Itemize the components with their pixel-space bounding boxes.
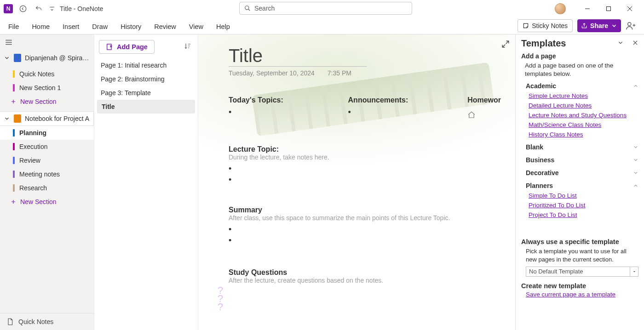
always-use-desc: Pick a template you want to use for all … (521, 247, 638, 263)
add-page-button[interactable]: Add Page (99, 40, 155, 54)
section-label: Planning (19, 129, 46, 137)
template-link[interactable]: Lecture Notes and Study Questions (521, 110, 638, 120)
window-minimize[interactable] (577, 2, 598, 16)
summary-hint: After class, use this space to summarize… (229, 214, 504, 222)
undo-button[interactable] (33, 3, 44, 14)
template-link[interactable]: History Class Notes (521, 130, 638, 139)
save-as-template-link[interactable]: Save current page as a template (521, 290, 638, 299)
template-link[interactable]: Simple Lecture Notes (521, 91, 638, 101)
chevron-down-icon (4, 115, 10, 122)
global-search[interactable]: Search (239, 2, 412, 15)
section-new-section-1[interactable]: New Section 1 (0, 81, 94, 95)
study-hint: After the lecture, create questions base… (229, 277, 504, 284)
add-page-label: Add Page (117, 43, 148, 51)
page-icon (6, 318, 14, 325)
notebook-1-header[interactable]: Dipanjenah @ Spiral… (0, 51, 94, 64)
summary-heading: Summary (229, 206, 504, 214)
bullet-point[interactable]: • (229, 238, 504, 243)
quick-notes-footer[interactable]: Quick Notes (0, 313, 94, 330)
add-page-icon (106, 43, 113, 51)
collaboration-button[interactable] (626, 21, 636, 31)
section-meeting-notes[interactable]: Meeting notes (0, 167, 94, 181)
templates-title: Templates (521, 38, 566, 49)
page-item[interactable]: Page 3: Template (94, 86, 198, 100)
plus-icon (10, 98, 17, 105)
template-link[interactable]: Prioritized To Do List (521, 200, 638, 210)
bullet-point[interactable]: • (229, 177, 504, 182)
ribbon-tab-help[interactable]: Help (216, 23, 230, 34)
quick-notes-label: Quick Notes (18, 318, 53, 325)
svg-rect-2 (607, 7, 611, 11)
lecture-hint: During the lecture, take notes here. (229, 154, 504, 161)
sticky-notes-button[interactable]: Sticky Notes (518, 19, 573, 32)
bullet-point[interactable]: • (229, 110, 348, 114)
ribbon-tab-home[interactable]: Home (32, 23, 50, 34)
back-button[interactable] (17, 3, 29, 14)
ribbon-tab-file[interactable]: File (8, 23, 19, 34)
page-item[interactable]: Page 1: Initial research (94, 58, 198, 72)
ribbon-tab-view[interactable]: View (189, 23, 203, 34)
window-close[interactable] (619, 2, 640, 16)
notebook-2-header[interactable]: Notebook for Project A (0, 111, 94, 126)
section-execution[interactable]: Execution (0, 140, 94, 154)
category-label: Business (526, 156, 554, 164)
note-canvas[interactable]: Title Tuesday, September 10, 2024 7:35 P… (198, 34, 515, 330)
bullet-point[interactable]: • (229, 227, 504, 232)
bullet-point[interactable]: • (348, 110, 468, 114)
template-link[interactable]: Detailed Lecture Notes (521, 101, 638, 110)
question-tag-icon: ??? (218, 286, 223, 311)
quick-access-dropdown[interactable] (49, 3, 55, 14)
category-decorative[interactable]: Decorative (521, 168, 638, 178)
category-academic[interactable]: Academic (521, 81, 638, 91)
chevron-up-icon (633, 183, 638, 188)
section-planning[interactable]: Planning (0, 126, 94, 140)
new-section-label: New Section (20, 198, 57, 205)
page-item[interactable]: Page 2: Brainstorming (94, 72, 198, 86)
ribbon-tab-draw[interactable]: Draw (92, 23, 108, 34)
plus-icon (10, 199, 17, 205)
templates-close[interactable] (632, 40, 638, 47)
ribbon-tab-history[interactable]: History (121, 23, 141, 34)
chevron-down-icon (4, 55, 10, 61)
category-blank[interactable]: Blank (521, 142, 638, 152)
chevron-down-icon (633, 144, 638, 150)
chevron-down-icon[interactable] (630, 267, 638, 277)
note-title-input[interactable]: Title (229, 46, 367, 67)
section-label: Quick Notes (19, 70, 54, 78)
section-research[interactable]: Research (0, 181, 94, 195)
new-section-button-2[interactable]: New Section (0, 195, 94, 209)
note-time: 7:35 PM (328, 69, 351, 77)
template-link[interactable]: Project To Do List (521, 210, 638, 220)
homework-heading: Homewor (467, 96, 504, 104)
category-business[interactable]: Business (521, 155, 638, 165)
window-title: Title - OneNote (60, 5, 103, 12)
study-heading: Study Questions (229, 268, 504, 277)
section-label: Meeting notes (19, 171, 60, 178)
template-link[interactable]: Simple To Do List (521, 191, 638, 200)
lecture-heading: Lecture Topic: (229, 145, 504, 154)
template-link[interactable]: Math/Science Class Notes (521, 120, 638, 130)
new-section-button-1[interactable]: New Section (0, 95, 94, 108)
page-item-active[interactable]: Title (97, 100, 195, 114)
category-label: Academic (526, 82, 556, 90)
default-template-select[interactable]: No Default Template (526, 267, 638, 277)
chevron-down-icon (633, 170, 638, 176)
templates-dropdown[interactable] (617, 40, 624, 47)
nav-toggle[interactable] (0, 34, 94, 51)
onenote-app-icon: N (4, 4, 13, 13)
section-label: Review (19, 157, 40, 164)
bullet-point[interactable]: • (229, 166, 504, 171)
ribbon-tab-insert[interactable]: Insert (63, 23, 79, 34)
category-planners[interactable]: Planners (521, 181, 638, 191)
window-maximize[interactable] (598, 2, 619, 16)
section-quick-notes[interactable]: Quick Notes (0, 67, 94, 81)
section-color-bar (13, 143, 15, 150)
section-review[interactable]: Review (0, 154, 94, 167)
chevron-down-icon (611, 23, 617, 29)
search-placeholder: Search (254, 5, 275, 12)
share-button[interactable]: Share (577, 19, 621, 32)
section-color-bar (13, 70, 15, 78)
user-avatar[interactable] (555, 3, 566, 14)
sort-pages-button[interactable] (184, 42, 193, 51)
ribbon-tab-review[interactable]: Review (154, 23, 176, 34)
